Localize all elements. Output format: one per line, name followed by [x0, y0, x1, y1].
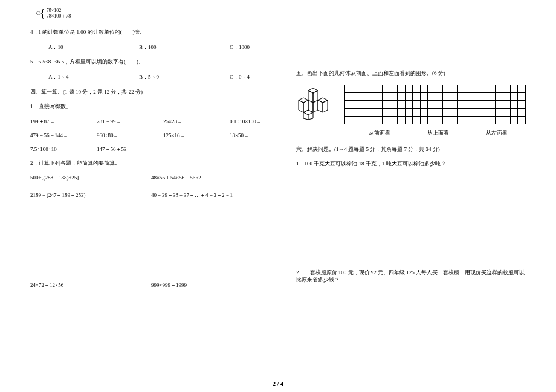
calc-r2c2: 960÷80＝: [97, 132, 163, 140]
svg-marker-12: [303, 112, 308, 120]
calc-row-3: 7.5÷100÷10＝ 147＋56＋53＝: [30, 146, 260, 153]
calc-p3a: 24×72＋12×56: [30, 281, 151, 289]
svg-marker-4: [299, 100, 303, 112]
calc-p2a: 2189－(247＋189＋253): [30, 191, 151, 199]
calc-r2c1: 479－56－144＝: [30, 132, 97, 140]
svg-marker-7: [313, 100, 318, 112]
option-c-content: 78×102 78×100＋78: [47, 8, 71, 19]
svg-marker-8: [318, 98, 328, 103]
calc-r3c2: 147＋56＋53＝: [97, 146, 163, 153]
svg-marker-1: [308, 88, 318, 93]
q4-text: 4．1 的计数单位是 1.00 的计数单位的( )倍。: [30, 28, 260, 36]
label-left-view: 从左面看: [467, 129, 526, 137]
view-labels-row: 从前面看 从上面看 从左面看: [351, 129, 526, 137]
figure-row: [296, 85, 526, 124]
label-top-view: 从上面看: [409, 129, 468, 137]
page-number: 2 / 4: [0, 381, 556, 387]
section6-heading: 六、解决问题。(1～4 题每题 5 分，其余每题 7 分，共 34 分): [296, 146, 526, 153]
option-c-line2: 78×100＋78: [47, 13, 71, 19]
calc-pair-1: 500÷[(288－188)÷25] 48×56＋54×56－56×2: [30, 174, 260, 182]
calc-pair-3: 24×72＋12×56 999×999＋1999: [30, 281, 260, 289]
s4-q1-text: 1．直接写得数。: [30, 103, 260, 111]
q4-opt-b: B．100: [139, 43, 230, 51]
calc-r1c1: 199＋87＝: [30, 118, 97, 126]
calc-row-2: 479－56－144＝ 960÷80＝ 125×16＝ 18×50＝: [30, 132, 260, 140]
q5-opt-a: A．1～4: [48, 73, 139, 81]
answer-grid: [344, 85, 526, 124]
svg-marker-9: [318, 100, 323, 112]
calc-r2c3: 125×16＝: [163, 132, 230, 140]
calc-row-1: 199＋87＝ 281－99＝ 25×28＝ 0.1÷10×100＝: [30, 118, 260, 126]
q4-opt-a: A．10: [48, 43, 139, 51]
svg-marker-13: [308, 112, 313, 120]
svg-marker-10: [323, 100, 328, 112]
q5-opt-b: B．5～9: [139, 73, 230, 81]
calc-p1b: 48×56＋54×56－56×2: [151, 174, 201, 182]
svg-marker-0: [299, 98, 308, 103]
section5-heading: 五、画出下面的几何体从前面、上面和左面看到的图形。(6 分): [296, 69, 526, 77]
s6-q2: 2．一套校服原价 100 元，现价 92 元。四年级 125 人每人买一套校服，…: [296, 269, 526, 284]
label-front-view: 从前面看: [351, 129, 409, 137]
cube-3d-figure: [296, 87, 332, 121]
calc-r3c1: 7.5÷100÷10＝: [30, 146, 97, 153]
section4-heading: 四、算一算。(1 题 10 分，2 题 12 分，共 22 分): [30, 88, 260, 96]
calc-pair-2: 2189－(247＋189＋253) 40－39＋38－37＋…＋4－3＋2－1: [30, 191, 260, 199]
option-c-wrapper: C { 78×102 78×100＋78: [36, 6, 260, 21]
q5-options: A．1～4 B．5～9 C．0～4: [48, 73, 260, 81]
calc-r1c3: 25×28＝: [163, 118, 230, 126]
s6-q1: 1．100 千克大豆可以榨油 18 千克，1 吨大豆可以榨油多少吨？: [296, 160, 526, 168]
s4-q2-text: 2．计算下列各题，能简算的要简算。: [30, 159, 260, 167]
calc-p3b: 999×999＋1999: [151, 281, 187, 289]
brace-icon: {: [40, 6, 45, 21]
drawing-grid: [344, 85, 526, 124]
q4-options: A．10 B．100 C．1000: [48, 43, 260, 51]
calc-p2b: 40－39＋38－37＋…＋4－3＋2－1: [151, 191, 233, 199]
calc-p1a: 500÷[(288－188)÷25]: [30, 174, 151, 182]
q5-text: 5．6.5<8□<6.5，方框里可以填的数字有( )。: [30, 58, 260, 66]
option-c-line1: 78×102: [47, 8, 62, 13]
calc-r1c2: 281－99＝: [97, 118, 163, 126]
